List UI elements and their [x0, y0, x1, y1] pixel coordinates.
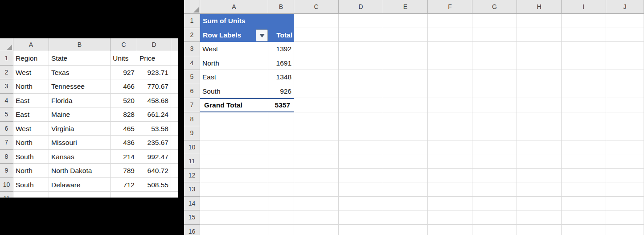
- right-sheet-cell[interactable]: [294, 140, 339, 155]
- right-sheet-cell[interactable]: [606, 210, 644, 225]
- right-sheet-cell[interactable]: [383, 70, 428, 84]
- right-sheet-cell[interactable]: [517, 140, 562, 155]
- right-sheet-cell[interactable]: [472, 42, 517, 56]
- right-sheet-cell[interactable]: [383, 182, 428, 197]
- right-sheet-cell[interactable]: [472, 197, 517, 211]
- pivot-row-label[interactable]: West: [200, 42, 268, 56]
- right-sheet-row-header[interactable]: 3: [184, 42, 200, 56]
- pivot-title[interactable]: Sum of Units: [203, 14, 292, 28]
- left-sheet-data-cell[interactable]: West: [13, 66, 49, 80]
- right-sheet-row-header[interactable]: 2: [184, 28, 200, 42]
- left-sheet-cell[interactable]: [171, 66, 178, 80]
- right-sheet-cell[interactable]: [339, 197, 383, 211]
- right-sheet-cell[interactable]: [472, 70, 517, 84]
- right-sheet-cell[interactable]: [472, 98, 517, 112]
- right-sheet-row-header[interactable]: 16: [184, 225, 200, 235]
- right-sheet-cell[interactable]: [428, 70, 472, 84]
- left-sheet-data-cell[interactable]: 436: [111, 136, 137, 150]
- right-sheet-cell[interactable]: [383, 154, 428, 169]
- right-sheet-column-header[interactable]: E: [383, 0, 428, 14]
- right-sheet-cell[interactable]: [339, 126, 383, 140]
- pivot-row-label[interactable]: East: [200, 70, 268, 84]
- pivot-row-value[interactable]: 1691: [268, 56, 294, 70]
- left-sheet-data-cell[interactable]: Virginia: [49, 122, 111, 136]
- left-sheet-data-cell[interactable]: Maine: [49, 107, 111, 122]
- right-sheet-cell[interactable]: [383, 210, 428, 225]
- left-sheet-data-cell[interactable]: 214: [111, 150, 137, 164]
- right-sheet-column-header[interactable]: F: [428, 0, 472, 14]
- right-sheet-row-header[interactable]: 15: [184, 210, 200, 225]
- left-sheet-data-cell[interactable]: 661.24: [137, 107, 171, 122]
- right-sheet-cell[interactable]: [339, 112, 383, 127]
- right-sheet-select-all-corner[interactable]: [184, 0, 200, 14]
- left-sheet-row-header[interactable]: 7: [0, 136, 13, 150]
- left-sheet-data-cell[interactable]: North Dakota: [49, 164, 111, 178]
- right-sheet-cell[interactable]: [428, 112, 472, 127]
- right-sheet-column-header[interactable]: H: [517, 0, 562, 14]
- right-sheet-cell[interactable]: [472, 112, 517, 127]
- right-sheet-cell[interactable]: [428, 225, 472, 235]
- right-sheet-cell[interactable]: [294, 126, 339, 140]
- right-sheet-cell[interactable]: [472, 126, 517, 140]
- right-sheet-column-header[interactable]: J: [606, 0, 644, 14]
- left-sheet-column-header[interactable]: C: [111, 38, 137, 51]
- right-sheet-cell[interactable]: [606, 197, 644, 211]
- left-sheet-data-cell[interactable]: 828: [111, 107, 137, 122]
- left-sheet-data-cell[interactable]: 770.67: [137, 79, 171, 94]
- right-sheet-cell[interactable]: [268, 154, 294, 169]
- right-sheet-cell[interactable]: [517, 98, 562, 112]
- right-sheet-cell[interactable]: [428, 42, 472, 56]
- right-sheet-cell[interactable]: [562, 14, 606, 28]
- right-sheet-cell[interactable]: [606, 169, 644, 183]
- right-sheet-cell[interactable]: [339, 28, 383, 42]
- right-sheet-cell[interactable]: [428, 56, 472, 70]
- right-sheet-cell[interactable]: [472, 225, 517, 235]
- right-sheet-cell[interactable]: [472, 56, 517, 70]
- right-sheet-cell[interactable]: [517, 112, 562, 127]
- left-sheet-data-cell[interactable]: 520: [111, 94, 137, 108]
- left-sheet-data-cell[interactable]: 712: [111, 178, 137, 192]
- right-sheet-cell[interactable]: [339, 84, 383, 99]
- right-sheet-cell[interactable]: [339, 154, 383, 169]
- left-sheet-cell[interactable]: [137, 192, 171, 198]
- left-sheet-data-cell[interactable]: North: [13, 79, 49, 94]
- left-sheet-column-header[interactable]: [171, 38, 178, 51]
- right-sheet-column-header[interactable]: A: [200, 0, 268, 14]
- right-sheet-row-header[interactable]: 6: [184, 84, 200, 99]
- right-sheet-cell[interactable]: [383, 112, 428, 127]
- right-sheet-cell[interactable]: [517, 197, 562, 211]
- right-sheet-cell[interactable]: [562, 112, 606, 127]
- right-sheet-cell[interactable]: [428, 28, 472, 42]
- right-sheet-cell[interactable]: [562, 197, 606, 211]
- right-sheet-cell[interactable]: [517, 225, 562, 235]
- left-sheet-data-cell[interactable]: 53.58: [137, 122, 171, 136]
- right-sheet-cell[interactable]: [339, 140, 383, 155]
- right-sheet-cell[interactable]: [383, 140, 428, 155]
- left-sheet-data-cell[interactable]: 992.47: [137, 150, 171, 164]
- right-sheet-cell[interactable]: [606, 112, 644, 127]
- left-sheet-data-cell[interactable]: 789: [111, 164, 137, 178]
- right-sheet-row-header[interactable]: 11: [184, 154, 200, 169]
- right-sheet-cell[interactable]: [517, 126, 562, 140]
- right-sheet-cell[interactable]: [268, 197, 294, 211]
- right-sheet-cell[interactable]: [339, 42, 383, 56]
- right-sheet-cell[interactable]: [339, 56, 383, 70]
- right-sheet-cell[interactable]: [517, 14, 562, 28]
- right-sheet-cell[interactable]: [339, 210, 383, 225]
- left-sheet-row-header[interactable]: 9: [0, 164, 13, 178]
- left-sheet-row-header[interactable]: 8: [0, 150, 13, 164]
- right-sheet-cell[interactable]: [294, 169, 339, 183]
- left-sheet-data-cell[interactable]: 927: [111, 66, 137, 80]
- right-sheet-row-header[interactable]: 8: [184, 112, 200, 127]
- right-sheet-cell[interactable]: [606, 98, 644, 112]
- right-sheet-cell[interactable]: [562, 154, 606, 169]
- left-sheet-data-cell[interactable]: 508.55: [137, 178, 171, 192]
- right-sheet-cell[interactable]: [268, 112, 294, 127]
- right-sheet-cell[interactable]: [606, 154, 644, 169]
- right-sheet-row-header[interactable]: 10: [184, 140, 200, 155]
- left-sheet-data-cell[interactable]: Missouri: [49, 136, 111, 150]
- left-sheet-row-header[interactable]: 6: [0, 122, 13, 136]
- right-sheet-cell[interactable]: [428, 126, 472, 140]
- right-sheet-cell[interactable]: [294, 42, 339, 56]
- left-sheet-data-cell[interactable]: 458.68: [137, 94, 171, 108]
